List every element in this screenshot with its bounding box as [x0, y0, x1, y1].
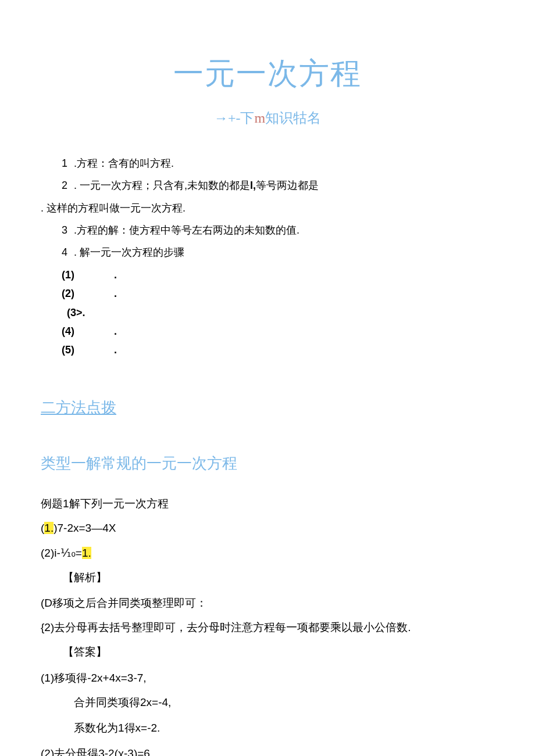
num-1: 1 [62, 157, 67, 169]
num-2: 2 [62, 180, 67, 191]
type-1-heading: 类型一解常规的一元一次方程 [41, 450, 494, 478]
page-title: 一元一次方程 [41, 46, 494, 101]
definition-3: 3 .方程的解：使方程中等号左右两边的未知数的值. [41, 221, 494, 239]
definition-4: 4 . 解一元一次方程的步骤 [41, 243, 494, 261]
text-2-bold: I, [250, 180, 256, 191]
step-4-num: (4) [62, 322, 114, 341]
definition-2: 2 . 一元一次方程；只含有,未知数的都是I,等号两边都是 [41, 176, 494, 195]
page-subtitle: →+-下m知识牯名 [41, 106, 494, 131]
step-1-dot: . [114, 269, 117, 281]
analysis-label: 【解析】 [41, 568, 494, 587]
solution-1a: (1)移项得-2x+4x=3-7, [41, 668, 494, 688]
num-4: 4 [62, 246, 67, 258]
step-1: (1). [41, 266, 494, 284]
solution-2a: (2)去分母得3-2(χ-3)=6, [41, 744, 494, 756]
step-5: (5). [41, 341, 494, 359]
step-5-num: (5) [62, 341, 114, 359]
eq2-highlight: 1. [82, 547, 91, 559]
text-4: . 解一元一次方程的步骤 [71, 246, 184, 258]
eq2-a: (2)i-⅒= [41, 547, 82, 559]
step-3: (3>. [41, 303, 494, 322]
section-2-heading: 二方法点拨 [41, 395, 494, 422]
solution-1c: 系数化为1得x=-2. [41, 718, 494, 738]
step-2-dot: . [114, 288, 117, 299]
step-2: (2). [41, 284, 494, 303]
step-1-num: (1) [62, 266, 114, 284]
subtitle-m: m [254, 110, 265, 126]
eq1-highlight: 1. [44, 522, 54, 534]
subtitle-suffix: 知识牯名 [265, 110, 321, 126]
step-5-dot: . [114, 344, 117, 356]
eq1-rest: )7-2x=3—4X [54, 522, 116, 534]
step-4: (4). [41, 322, 494, 341]
step-2-num: (2) [62, 284, 114, 303]
analysis-2: {2)去分母再去括号整理即可，去分母时注意方程每一项都要乘以最小公倍数. [41, 618, 494, 637]
text-2b: 等号两边都是 [256, 180, 319, 191]
text-3: .方程的解：使方程中等号左右两边的未知数的值. [71, 224, 299, 236]
equation-2: (2)i-⅒=1. [41, 543, 494, 563]
step-4-dot: . [114, 325, 117, 337]
text-2a: . 一元一次方程；只含有,未知数的都是 [71, 180, 250, 191]
subtitle-prefix: →+-下 [214, 110, 255, 126]
example-intro: 例题1解下列一元一次方程 [41, 494, 494, 514]
definition-1: 1 .方程：含有的叫方程. [41, 154, 494, 173]
answer-label: 【答案】 [41, 642, 494, 662]
solution-1b: 合并同类项得2x=-4, [41, 693, 494, 712]
text-1: .方程：含有的叫方程. [71, 157, 174, 169]
step-3-num: (3>. [67, 307, 85, 318]
definition-2-cont: . 这样的方程叫做一元一次方程. [41, 199, 494, 217]
num-3: 3 [62, 224, 67, 236]
equation-1: (1.)7-2x=3—4X [41, 518, 494, 538]
analysis-1: (D移项之后合并同类项整理即可： [41, 593, 494, 613]
